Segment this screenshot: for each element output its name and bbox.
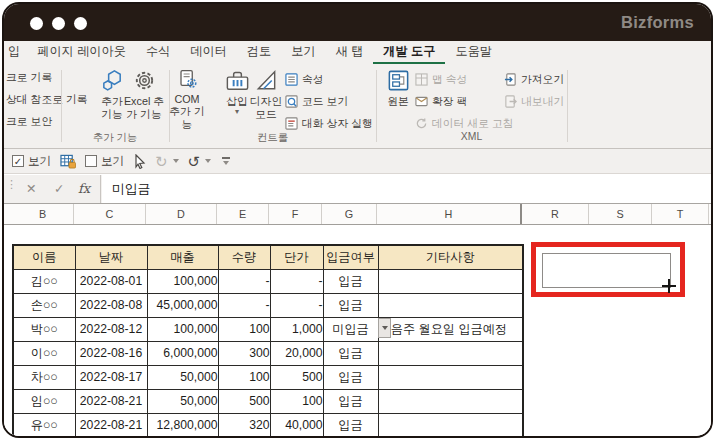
table-cell[interactable] (323, 437, 378, 438)
view-code-button[interactable]: 코드 보기 (285, 92, 348, 111)
table-cell[interactable]: 입금 (323, 365, 378, 389)
table-cell[interactable]: 2022-08-08 (75, 293, 147, 317)
table-cell[interactable]: 500 (270, 365, 323, 389)
qat-overflow-button[interactable] (222, 157, 230, 164)
table-cell[interactable] (378, 389, 523, 413)
table-cell[interactable] (75, 437, 147, 438)
table-cell[interactable]: 박○○ (13, 317, 75, 341)
table-cell[interactable] (378, 293, 523, 317)
import-button[interactable]: 가져오기 (504, 70, 564, 89)
relative-reference-button[interactable]: 상대 참조로 기록 (6, 93, 88, 107)
table-header-cell[interactable]: 이름 (13, 245, 75, 269)
properties-button[interactable]: 속성 (285, 70, 324, 89)
tab-7[interactable]: 새 탭 (326, 42, 374, 64)
table-cell[interactable]: - (270, 293, 323, 317)
table-cell[interactable]: 100 (218, 317, 270, 341)
table-header-cell[interactable]: 단가 (270, 245, 323, 269)
table-cell[interactable] (378, 365, 523, 389)
column-header-H[interactable]: H (377, 204, 522, 224)
tab-8[interactable]: 개발 도구 (373, 42, 445, 64)
table-cell[interactable]: 100 (270, 389, 323, 413)
tab-5[interactable]: 검토 (237, 42, 281, 64)
table-cell[interactable]: - (218, 293, 270, 317)
table-header-cell[interactable]: 기타사항 (378, 245, 523, 269)
table-cell[interactable]: - (270, 269, 323, 293)
cancel-button[interactable]: ✕ (26, 175, 36, 203)
table-cell[interactable]: 입금 (323, 341, 378, 365)
column-header-G[interactable]: G (322, 204, 377, 224)
insert-function-button[interactable]: fx (78, 175, 90, 203)
window-control-dot[interactable] (30, 17, 43, 30)
table-cell[interactable]: 12,800,000 (147, 413, 218, 437)
column-header-C[interactable]: C (74, 204, 146, 224)
window-control-dot[interactable] (52, 17, 65, 30)
table-cell[interactable]: 100,000 (147, 269, 218, 293)
tab-6[interactable]: 보기 (281, 42, 325, 64)
column-header-B[interactable]: B (12, 204, 74, 224)
table-cell[interactable]: 1,000 (270, 317, 323, 341)
table-cell[interactable] (378, 269, 523, 293)
column-header-T[interactable]: T (652, 204, 709, 224)
table-cell[interactable]: 유○○ (13, 413, 75, 437)
table-cell[interactable]: 50,000 (147, 389, 218, 413)
table-cell[interactable] (378, 437, 523, 438)
sheet-lock-view-button[interactable] (60, 154, 76, 169)
view-toggle-unchecked[interactable]: 보기 (85, 154, 124, 169)
table-cell[interactable] (270, 437, 323, 438)
table-cell[interactable]: 50,000 (147, 365, 218, 389)
table-cell[interactable]: 6,000,000 (147, 341, 218, 365)
table-cell[interactable]: 45,000,000 (147, 293, 218, 317)
table-cell[interactable]: 40,000 (270, 413, 323, 437)
table-cell[interactable]: 300 (218, 341, 270, 365)
view-toggle-checked[interactable]: ✓ 보기 (12, 154, 51, 169)
table-cell[interactable] (13, 437, 75, 438)
formula-input[interactable]: 미입금 (102, 175, 711, 203)
table-cell[interactable]: 20,000 (270, 341, 323, 365)
column-header-F[interactable]: F (269, 204, 322, 224)
tab-3[interactable]: 수식 (136, 42, 180, 64)
table-cell[interactable]: 320 (218, 413, 270, 437)
expansion-packs-button[interactable]: 확장 팩 (415, 92, 467, 111)
record-macro-button[interactable]: 크로 기록 (6, 71, 52, 85)
table-cell[interactable]: 입금 (323, 413, 378, 437)
table-cell[interactable]: 2022-08-17 (75, 365, 147, 389)
table-cell[interactable] (378, 413, 523, 437)
table-header-cell[interactable]: 입금여부 (323, 245, 378, 269)
table-cell[interactable]: 이○○ (13, 341, 75, 365)
table-cell[interactable] (218, 437, 270, 438)
data-validation-dropdown-button[interactable] (378, 318, 391, 338)
tab-9[interactable]: 도움말 (445, 42, 502, 64)
macro-security-button[interactable]: 크로 보안 (6, 115, 52, 129)
tab-4[interactable]: 데이터 (180, 42, 237, 64)
table-cell[interactable]: 차○○ (13, 365, 75, 389)
table-cell[interactable]: 입금 (323, 389, 378, 413)
excel-add-ins-button[interactable]: Excel 추 가 기능 (121, 68, 167, 130)
table-cell[interactable] (378, 341, 523, 365)
table-header-cell[interactable]: 수량 (218, 245, 270, 269)
tab-1[interactable]: 입 (5, 42, 27, 64)
column-header-E[interactable]: E (217, 204, 269, 224)
table-cell[interactable]: 임○○ (13, 389, 75, 413)
table-cell[interactable]: 2022-08-01 (75, 269, 147, 293)
table-cell[interactable]: 손○○ (13, 293, 75, 317)
table-cell[interactable]: 김○○ (13, 269, 75, 293)
table-cell[interactable]: 입금 (323, 269, 378, 293)
window-control-dot[interactable] (74, 17, 87, 30)
table-header-cell[interactable]: 매출 (147, 245, 218, 269)
table-cell[interactable]: 100 (218, 365, 270, 389)
table-cell[interactable]: 2022-08-16 (75, 341, 147, 365)
undo-button[interactable]: ↺ (188, 154, 212, 169)
column-header-R[interactable]: R (522, 204, 589, 224)
table-cell[interactable]: 입금 (323, 293, 378, 317)
enter-button[interactable]: ✓ (54, 175, 64, 203)
column-header-S[interactable]: S (589, 204, 652, 224)
select-cursor-button[interactable] (133, 154, 146, 169)
table-cell[interactable]: 미입금 (323, 317, 378, 341)
table-cell[interactable]: 2022-08-21 (75, 389, 147, 413)
column-header-D[interactable]: D (146, 204, 217, 224)
table-cell[interactable]: 2022-08-12 (75, 317, 147, 341)
table-cell[interactable]: 500 (218, 389, 270, 413)
table-cell[interactable]: - (218, 269, 270, 293)
table-cell[interactable] (147, 437, 218, 438)
combobox-being-drawn[interactable] (542, 253, 671, 288)
